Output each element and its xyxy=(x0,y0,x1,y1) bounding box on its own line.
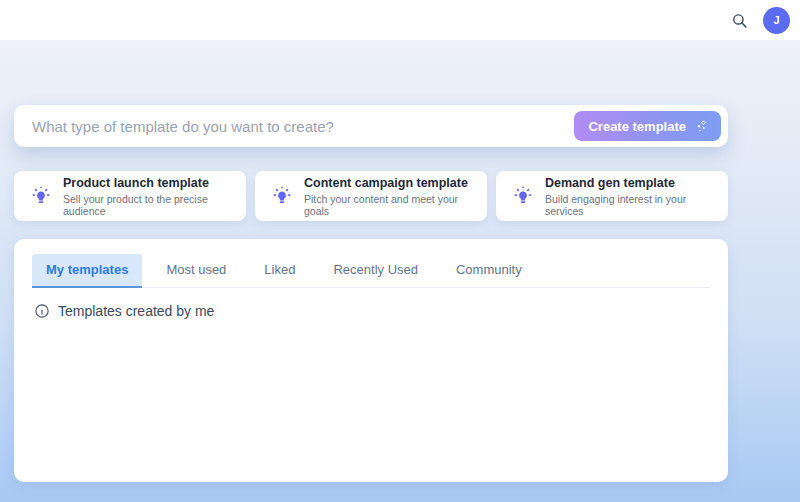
main-content: Create template xyxy=(14,105,728,482)
create-template-label: Create template xyxy=(588,119,686,134)
tab-most-used[interactable]: Most used xyxy=(152,254,240,288)
template-prompt-bar: Create template xyxy=(14,105,728,147)
card-text: Content campaign template Pitch your con… xyxy=(304,175,475,217)
search-button[interactable] xyxy=(727,8,751,32)
search-icon xyxy=(731,12,748,29)
tab-community[interactable]: Community xyxy=(442,254,536,288)
info-icon xyxy=(34,303,50,319)
user-avatar[interactable]: J xyxy=(763,7,790,34)
tab-my-templates[interactable]: My templates xyxy=(32,254,142,288)
card-subtitle: Build engaging interest in your services xyxy=(545,193,716,217)
lightbulb-icon xyxy=(30,185,52,207)
empty-state-row: Templates created by me xyxy=(32,303,710,319)
create-template-button[interactable]: Create template xyxy=(574,111,721,141)
suggestion-card-product-launch[interactable]: Product launch template Sell your produc… xyxy=(14,171,246,221)
suggestion-cards-row: Product launch template Sell your produc… xyxy=(14,171,728,221)
suggestion-card-content-campaign[interactable]: Content campaign template Pitch your con… xyxy=(255,171,487,221)
templates-tabs: My templates Most used Liked Recently Us… xyxy=(32,254,710,288)
card-text: Demand gen template Build engaging inter… xyxy=(545,175,716,217)
template-prompt-input[interactable] xyxy=(32,118,574,135)
lightbulb-icon xyxy=(512,185,534,207)
card-text: Product launch template Sell your produc… xyxy=(63,175,234,217)
top-bar: J xyxy=(0,0,800,40)
lightbulb-icon xyxy=(271,185,293,207)
card-subtitle: Sell your product to the precise audienc… xyxy=(63,193,234,217)
templates-panel: My templates Most used Liked Recently Us… xyxy=(14,239,728,482)
tab-recently-used[interactable]: Recently Used xyxy=(319,254,432,288)
card-title: Content campaign template xyxy=(304,175,475,191)
tab-liked[interactable]: Liked xyxy=(250,254,309,288)
empty-state-text: Templates created by me xyxy=(58,303,214,319)
card-title: Demand gen template xyxy=(545,175,716,191)
suggestion-card-demand-gen[interactable]: Demand gen template Build engaging inter… xyxy=(496,171,728,221)
card-subtitle: Pitch your content and meet your goals xyxy=(304,193,475,217)
sparkles-icon xyxy=(694,119,709,134)
card-title: Product launch template xyxy=(63,175,234,191)
